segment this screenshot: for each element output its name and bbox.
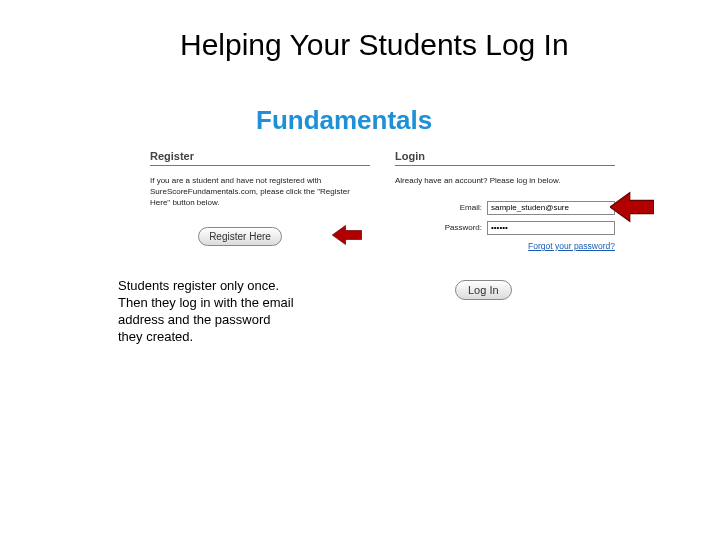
log-in-button[interactable]: Log In [455, 280, 512, 300]
password-row: Password: [395, 221, 615, 235]
divider [150, 165, 370, 166]
arrow-left-icon [610, 190, 654, 224]
register-blurb: If you are a student and have not regist… [150, 176, 370, 208]
login-panel: Login Already have an account? Please lo… [395, 150, 615, 251]
email-label: Email: [460, 203, 482, 212]
arrow-left-icon [332, 224, 362, 246]
instruction-note: Students register only once. Then they l… [118, 278, 298, 346]
register-heading: Register [150, 150, 370, 162]
login-blurb: Already have an account? Please log in b… [395, 176, 615, 187]
password-field[interactable] [487, 221, 615, 235]
register-panel: Register If you are a student and have n… [150, 150, 370, 246]
register-here-button[interactable]: Register Here [198, 227, 282, 246]
forgot-password-link[interactable]: Forgot your password? [528, 241, 615, 251]
svg-marker-0 [332, 226, 361, 245]
login-heading: Login [395, 150, 615, 162]
email-row: Email: [395, 201, 615, 215]
password-label: Password: [445, 223, 482, 232]
brand-logo: Fundamentals [256, 105, 432, 136]
email-field[interactable] [487, 201, 615, 215]
divider [395, 165, 615, 166]
svg-marker-1 [610, 193, 654, 222]
page-title: Helping Your Students Log In [180, 28, 569, 62]
